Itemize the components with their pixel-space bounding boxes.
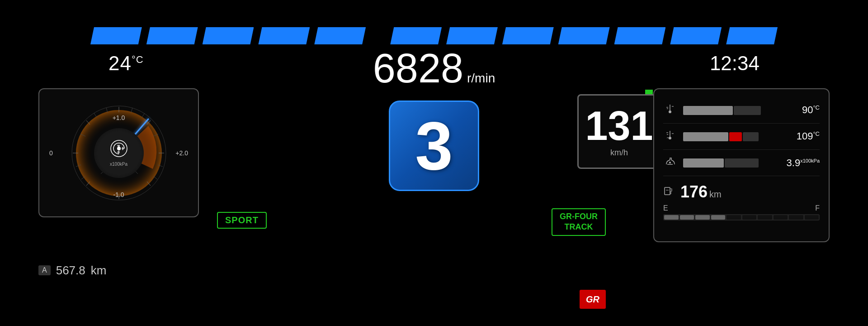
rpm-value: 6828	[373, 45, 463, 92]
svg-line-16	[94, 113, 97, 117]
top-bar	[90, 27, 778, 44]
svg-point-25	[117, 147, 121, 150]
grfour-line1: GR-FOUR	[560, 211, 598, 222]
bar-segment	[726, 27, 778, 44]
gauge-canvas: x100kPa +1.0 +2.0 -1.0 0	[39, 89, 198, 216]
oil-bar-red	[729, 132, 742, 141]
fuel-distance-display: 176 km	[680, 182, 722, 201]
fuel-seg-3	[695, 215, 710, 220]
coolant-bar	[683, 106, 773, 115]
gauge-label-right: +2.0	[175, 149, 188, 157]
odo-value: 567.8	[56, 264, 85, 278]
bar-segment	[390, 27, 442, 44]
right-panel: 90°C 109°C	[653, 88, 830, 242]
odo-unit: km	[91, 264, 107, 278]
pressure-bar-dark	[725, 158, 759, 168]
oil-temp-value: 109°C	[779, 130, 820, 142]
gauge-label-left: 0	[49, 149, 53, 157]
fuel-seg-7	[758, 215, 772, 220]
gauge-label-top: +1.0	[113, 114, 125, 121]
fuel-seg-9	[789, 215, 803, 220]
oil-bar-filled	[683, 132, 728, 141]
fuel-seg-8	[774, 215, 788, 220]
fuel-seg-1	[664, 215, 679, 220]
fuel-distance: 176	[680, 182, 708, 201]
svg-rect-29	[665, 187, 670, 195]
bar-segment	[446, 27, 498, 44]
svg-point-28	[669, 162, 671, 163]
rpm-unit: r/min	[467, 71, 495, 86]
fuel-seg-6	[742, 215, 757, 220]
oil-pressure-value: 3.9x100kPa	[779, 157, 820, 169]
speed-box: 131 km/h	[577, 94, 661, 169]
fuel-icon	[663, 186, 674, 199]
gauge-center: x100kPa	[94, 128, 144, 178]
bar-segment	[614, 27, 666, 44]
fuel-seg-4	[711, 215, 726, 220]
bar-gap	[370, 27, 386, 44]
odometer: A 567.8 km	[38, 223, 106, 318]
coolant-value: 90°C	[779, 104, 820, 116]
coolant-icon	[663, 104, 677, 117]
coolant-bar-dark	[734, 106, 761, 115]
left-gauge-box: x100kPa +1.0 +2.0 -1.0 0	[38, 88, 199, 217]
bar-segment	[314, 27, 366, 44]
grfour-line2: TRACK	[560, 222, 598, 232]
oil-temp-bar	[683, 132, 773, 141]
fuel-row: 176 km	[663, 176, 820, 201]
bar-segment	[90, 27, 142, 44]
bar-segment	[670, 27, 722, 44]
fuel-e-label: E	[663, 204, 668, 212]
bar-segment	[146, 27, 198, 44]
gear-number: 3	[415, 112, 453, 180]
fuel-unit: km	[709, 189, 722, 200]
speed-value: 131	[585, 105, 653, 146]
oil-pressure-row: 3.9x100kPa	[663, 150, 820, 176]
oil-temp-row: 109°C	[663, 124, 820, 150]
oil-pressure-icon	[663, 156, 677, 169]
odo-badge: A	[38, 265, 51, 275]
gauge-unit-label: x100kPa	[110, 162, 127, 167]
pressure-bar-filled	[683, 158, 724, 168]
fuel-seg-10	[805, 215, 819, 220]
temperature-unit: °C	[132, 54, 144, 65]
oil-temp-icon	[663, 130, 677, 143]
turbo-icon	[110, 139, 128, 161]
temperature-value: 24	[108, 52, 132, 74]
gr-logo-text: GR	[586, 294, 599, 305]
svg-point-26	[669, 110, 671, 113]
bar-segment	[558, 27, 610, 44]
gear-box: 3	[389, 101, 479, 191]
fuel-bar-track	[663, 214, 820, 221]
fuel-seg-5	[726, 215, 741, 220]
fuel-bar-section: E F	[663, 204, 820, 221]
oil-bar-dark	[743, 132, 759, 141]
bar-segment	[203, 27, 254, 44]
rpm-display: 6828 r/min	[373, 45, 495, 92]
grfour-badge: GR-FOUR TRACK	[552, 208, 606, 236]
svg-line-10	[131, 108, 132, 113]
fuel-f-label: F	[815, 204, 820, 212]
coolant-bar-filled	[683, 106, 733, 115]
sport-badge: SPORT	[217, 212, 267, 229]
fuel-seg-2	[680, 215, 694, 220]
gr-logo: GR	[580, 290, 606, 309]
time-display: 12:34	[710, 52, 760, 75]
bar-segment	[502, 27, 554, 44]
oil-pressure-bar	[683, 158, 773, 168]
svg-line-11	[142, 113, 145, 117]
temperature-display: 24°C	[108, 52, 144, 75]
bar-segment	[258, 27, 310, 44]
speed-unit: km/h	[610, 148, 628, 158]
coolant-temp-row: 90°C	[663, 97, 820, 124]
fuel-bar-labels: E F	[663, 204, 820, 212]
gauge-label-bottom: -1.0	[113, 191, 124, 198]
